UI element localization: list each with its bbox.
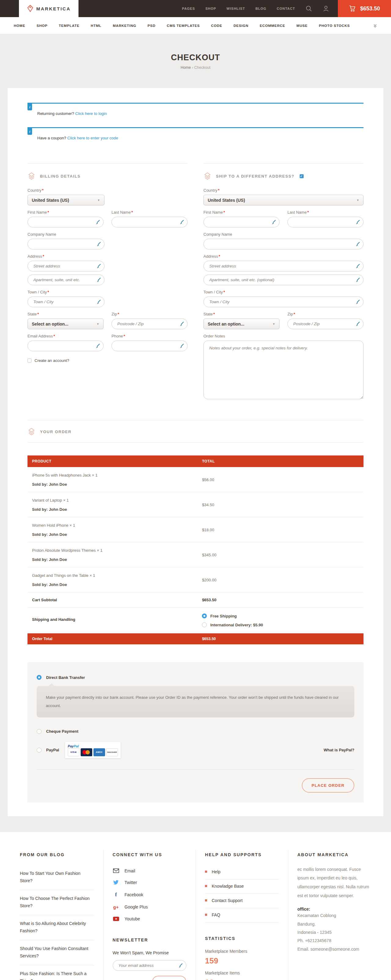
search-icon[interactable] [305, 5, 312, 12]
bullet-icon [205, 899, 207, 902]
signup-button[interactable]: SIGN UP [152, 976, 186, 980]
what-is-paypal-link[interactable]: What is PayPal? [324, 748, 354, 752]
nav-ecommerce[interactable]: ECOMMERCE [260, 24, 285, 27]
help-link[interactable]: Help [205, 865, 279, 880]
ship-zip-field: Zip* [288, 312, 364, 329]
billing-company-input[interactable] [27, 239, 105, 250]
nav-cms-templates[interactable]: CMS TEMPLATES [167, 24, 200, 27]
contact-support-link[interactable]: Contact Support [205, 894, 279, 908]
billing-first-name-input[interactable] [27, 217, 103, 228]
nav-muse[interactable]: MUSE [297, 24, 308, 27]
required-mark: * [294, 312, 295, 317]
free-shipping-option[interactable]: Free Shipping [202, 614, 359, 618]
billing-street-input[interactable] [27, 261, 105, 272]
ship-town-label: Town / City [203, 290, 223, 294]
knowledge-base-link[interactable]: Knowladge Base [205, 880, 279, 894]
blog-link[interactable]: What is So Alluring About Celebrity Fash… [20, 915, 94, 940]
more-menu-icon[interactable] [373, 24, 377, 28]
office-address-line: Kecamatan Coblong [297, 912, 372, 920]
pen-icon [355, 242, 360, 247]
pen-icon [355, 321, 360, 326]
billing-town-input[interactable] [27, 296, 105, 307]
visa-icon: VISA [68, 748, 79, 756]
billing-email-input[interactable] [27, 340, 103, 351]
blog-link[interactable]: How To Choose The Perfect Fashion Store? [20, 890, 94, 915]
connect-heading: CONNECT WITH US [113, 852, 187, 857]
create-account-checkbox[interactable]: Create an account? [27, 358, 188, 363]
ship-company-input[interactable] [203, 239, 364, 250]
product-seller: Sold by: John Doe [32, 532, 202, 537]
order-notes-textarea[interactable] [203, 340, 364, 399]
blog-link[interactable]: Plus Size Fashion: Is There Such a Thing… [20, 965, 94, 980]
nav-home[interactable]: HOME [14, 24, 25, 27]
google-plus-link[interactable]: g+ Google Plus [113, 901, 187, 913]
top-menu-wishlist[interactable]: WISHLIST [227, 7, 245, 10]
ship-apartment-input[interactable] [203, 275, 364, 285]
place-order-button[interactable]: PLACE ORDER [302, 778, 354, 792]
billing-state-select[interactable]: Select an option... ▼ [27, 318, 103, 329]
twitter-link[interactable]: Twitter [113, 877, 187, 888]
ship-state-select[interactable]: Select an option... ▼ [203, 318, 280, 329]
ship-first-name-input[interactable] [203, 217, 280, 228]
email-link[interactable]: Email [113, 865, 187, 877]
facebook-link[interactable]: f Facebook [113, 888, 187, 901]
newsletter-email-input[interactable] [113, 960, 187, 971]
billing-last-name-field: Last Name* [111, 210, 188, 228]
top-menu-blog[interactable]: BLOG [255, 7, 266, 10]
office-address-line: Indonesia - 12345 [297, 928, 372, 937]
billing-phone-input[interactable] [111, 340, 188, 351]
blog-link[interactable]: Should You Use Fashion Consultant Servic… [20, 940, 94, 965]
login-link[interactable]: Click here to login [75, 111, 106, 116]
nav-shop[interactable]: SHOP [37, 24, 48, 27]
ship-country-select[interactable]: United States (US) ▼ [203, 195, 364, 205]
shipto-checkbox[interactable]: ✓ [300, 174, 304, 178]
nav-photo-stocks[interactable]: PHOTO STOCKS [319, 24, 350, 27]
breadcrumb-home[interactable]: Home [181, 65, 191, 70]
logo[interactable]: MARKETICA [19, 0, 78, 17]
office-phone: Ph. +6212345678 [297, 937, 372, 945]
layers-icon [27, 428, 35, 436]
shipping-column: SHIP TO A DIFFERENT ADDRESS? ✓ Country* … [203, 163, 364, 405]
footer: FROM OUR BLOG How To Start Your Own Fash… [0, 832, 391, 980]
ship-zip-input[interactable] [288, 318, 364, 329]
billing-company-label: Company Name [27, 232, 105, 237]
radio-unselected-icon [37, 729, 41, 734]
billing-country-select[interactable]: United States (US) ▼ [27, 195, 105, 205]
billing-zip-input[interactable] [111, 318, 188, 329]
coupon-link[interactable]: Click here to enter your code [67, 136, 118, 140]
ship-town-input[interactable] [203, 296, 364, 307]
payment-cards-image: PayPal VISA AMEX DISCOVER [65, 742, 121, 758]
top-menu-pages[interactable]: PAGES [182, 7, 195, 10]
nav-code[interactable]: CODE [211, 24, 222, 27]
cart-button[interactable]: $653.50 [338, 0, 391, 17]
blog-link[interactable]: How To Start Your Own Fashion Store? [20, 865, 94, 890]
nav-template[interactable]: TEMPLATE [59, 24, 80, 27]
nav-design[interactable]: DESIGN [234, 24, 248, 27]
ship-last-name-input[interactable] [288, 217, 364, 228]
coupon-text: Have a coupon? [37, 136, 66, 140]
account-icon[interactable] [323, 5, 329, 12]
top-menu-shop[interactable]: SHOP [205, 7, 216, 10]
pen-icon [96, 277, 101, 282]
paypal-option[interactable]: PayPal PayPal VISA AMEX DISCOVER What is… [37, 742, 354, 758]
info-icon: i [27, 128, 32, 135]
items-label: Marketplace Items [205, 970, 279, 975]
youtube-link[interactable]: Youtube [113, 913, 187, 925]
ship-street-input[interactable] [203, 261, 364, 272]
ship-address-label: Address [203, 254, 218, 259]
top-menu-contact[interactable]: CONTACT [277, 7, 295, 10]
faq-link[interactable]: FAQ [205, 908, 279, 923]
nav-marketing[interactable]: MARKETING [113, 24, 136, 27]
billing-last-name-input[interactable] [111, 217, 188, 228]
billing-apartment-input[interactable] [27, 275, 105, 285]
table-row: Proton Absolute Wordpress Themes × 1 Sol… [27, 542, 364, 567]
chevron-down-icon: ▼ [97, 323, 99, 326]
international-delivery-option[interactable]: International Delivery: $5.90 [202, 622, 359, 627]
footer-connect-column: CONNECT WITH US Email Twitter f Facebook… [103, 850, 196, 980]
layers-icon [27, 172, 35, 180]
page-title: CHECKOUT [171, 53, 220, 62]
bank-transfer-option[interactable]: Direct Bank Transfer [37, 675, 354, 680]
nav-html[interactable]: HTML [91, 24, 102, 27]
nav-psd[interactable]: PSD [148, 24, 156, 27]
cheque-payment-option[interactable]: Cheque Payment [37, 729, 354, 734]
